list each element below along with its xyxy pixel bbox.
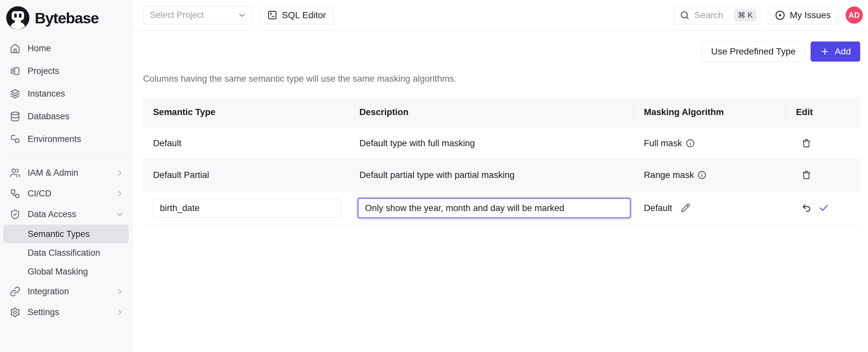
- search-input[interactable]: Search ⌘ K: [674, 6, 760, 24]
- description-cell: Default partial type with partial maskin…: [349, 159, 634, 191]
- sidebar-item-databases[interactable]: Databases: [3, 105, 129, 128]
- topbar: Select Project SQL Editor Search ⌘ K My …: [132, 0, 868, 30]
- chevron-right-icon: [116, 189, 124, 198]
- sidebar-item-instances[interactable]: Instances: [3, 82, 129, 105]
- sql-editor-label: SQL Editor: [282, 10, 326, 21]
- masking-algorithm-cell: Default: [634, 191, 786, 225]
- undo-icon[interactable]: [802, 203, 812, 213]
- sidebar-item-cicd[interactable]: CI/CD: [3, 183, 129, 204]
- sidebar-item-label: Global Masking: [28, 267, 88, 277]
- layers-icon: [10, 89, 21, 99]
- divider: [6, 156, 126, 157]
- main-area: Select Project SQL Editor Search ⌘ K My …: [132, 0, 868, 352]
- table-row: Default Default type with full masking F…: [143, 127, 860, 159]
- sql-editor-button[interactable]: SQL Editor: [259, 6, 334, 24]
- sidebar-item-label: Data Access: [28, 210, 76, 219]
- sidebar-item-label: Projects: [28, 66, 59, 76]
- chevron-down-icon: [238, 11, 247, 20]
- environments-icon: [10, 134, 21, 145]
- masking-algorithm-label: Default: [644, 203, 672, 213]
- semantic-types-page: Use Predefined Type Add Columns having t…: [132, 30, 868, 352]
- description-cell: [349, 191, 634, 225]
- chevron-right-icon: [116, 287, 124, 296]
- plus-icon: [820, 47, 830, 56]
- my-issues-button[interactable]: My Issues: [768, 6, 838, 24]
- masking-algorithm-label: Full mask: [644, 138, 682, 149]
- semantic-type-cell: Default Partial: [143, 159, 349, 191]
- chevron-right-icon: [116, 308, 124, 317]
- sidebar-item-label: Settings: [28, 307, 59, 317]
- sidebar-item-label: Data Classification: [28, 248, 100, 258]
- database-icon: [10, 111, 21, 122]
- sidebar-item-label: IAM & Admin: [28, 168, 78, 178]
- sidebar-item-label: Databases: [28, 111, 69, 122]
- sidebar-item-label: CI/CD: [28, 189, 52, 199]
- add-button-label: Add: [835, 46, 851, 57]
- home-icon: [10, 43, 21, 54]
- terminal-square-icon: [267, 10, 277, 20]
- pencil-icon[interactable]: [681, 203, 690, 213]
- my-issues-label: My Issues: [790, 10, 831, 21]
- semantic-types-table: Semantic Type Description Masking Algori…: [143, 97, 860, 225]
- sidebar-item-label: Instances: [28, 89, 65, 99]
- trash-icon[interactable]: [802, 170, 811, 180]
- info-icon[interactable]: [698, 170, 707, 180]
- search-shortcut-badge: ⌘ K: [734, 9, 756, 22]
- edit-cell: [786, 127, 860, 159]
- sidebar-item-settings[interactable]: Settings: [3, 302, 129, 322]
- sidebar-item-projects[interactable]: Projects: [3, 60, 129, 82]
- column-header-edit: Edit: [786, 97, 860, 127]
- sidebar-item-label: Environments: [28, 134, 81, 144]
- sidebar-item-environments[interactable]: Environments: [3, 128, 129, 150]
- check-icon[interactable]: [818, 202, 829, 213]
- description-input[interactable]: [358, 198, 630, 218]
- project-select-placeholder: Select Project: [150, 10, 204, 20]
- trash-icon[interactable]: [802, 138, 811, 148]
- workflow-icon: [10, 188, 21, 199]
- brand-name: Bytebase: [35, 9, 99, 27]
- sidebar-item-semantic-types[interactable]: Semantic Types: [3, 225, 129, 244]
- column-header-description: Description: [349, 97, 634, 127]
- add-button[interactable]: Add: [811, 41, 860, 62]
- brand-logo[interactable]: Bytebase: [3, 4, 129, 32]
- masking-algorithm-cell: Full mask: [634, 127, 786, 159]
- bytebase-robot-icon: [5, 5, 30, 30]
- use-predefined-type-button[interactable]: Use Predefined Type: [702, 41, 805, 62]
- project-select-dropdown[interactable]: Select Project: [143, 6, 252, 24]
- page-actions: Use Predefined Type Add: [143, 41, 860, 62]
- chevron-down-icon: [116, 210, 124, 219]
- masking-algorithm-label: Range mask: [644, 170, 694, 180]
- circle-dot-icon: [775, 10, 785, 21]
- column-header-masking-algorithm: Masking Algorithm: [634, 97, 786, 127]
- semantic-type-cell: Default: [143, 127, 349, 159]
- table-body: Default Default type with full masking F…: [143, 127, 860, 225]
- edit-cell: [786, 191, 860, 225]
- sidebar-item-data-access[interactable]: Data Access: [3, 204, 129, 225]
- projects-icon: [10, 66, 21, 76]
- sidebar-item-global-masking[interactable]: Global Masking: [3, 262, 129, 281]
- search-placeholder: Search: [694, 10, 729, 21]
- sidebar-nav: Home Projects Instances Databases Enviro…: [3, 37, 129, 322]
- avatar[interactable]: AD: [846, 6, 863, 24]
- sidebar-item-iam-admin[interactable]: IAM & Admin: [3, 162, 129, 183]
- table-row: Default Partial Default partial type wit…: [143, 159, 860, 191]
- info-icon[interactable]: [686, 139, 695, 148]
- masking-algorithm-cell: Range mask: [634, 159, 786, 191]
- sidebar-item-label: Home: [28, 43, 51, 54]
- semantic-type-cell: [143, 191, 349, 225]
- page-description: Columns having the same semantic type wi…: [143, 73, 860, 84]
- gear-icon: [10, 307, 21, 318]
- search-icon: [680, 10, 690, 20]
- shield-check-icon: [10, 209, 21, 220]
- semantic-type-input[interactable]: [153, 199, 341, 218]
- sidebar-item-integration[interactable]: Integration: [3, 281, 129, 302]
- sidebar-item-home[interactable]: Home: [3, 37, 129, 60]
- sidebar-item-label: Integration: [28, 287, 69, 296]
- users-icon: [10, 167, 21, 178]
- table-row-editing: Default: [143, 191, 860, 225]
- description-cell: Default type with full masking: [349, 127, 634, 159]
- sidebar-item-data-classification[interactable]: Data Classification: [3, 244, 129, 262]
- table-header-row: Semantic Type Description Masking Algori…: [143, 97, 860, 127]
- link-icon: [10, 286, 21, 297]
- sidebar: Bytebase Home Projects Instances Databas…: [0, 0, 132, 352]
